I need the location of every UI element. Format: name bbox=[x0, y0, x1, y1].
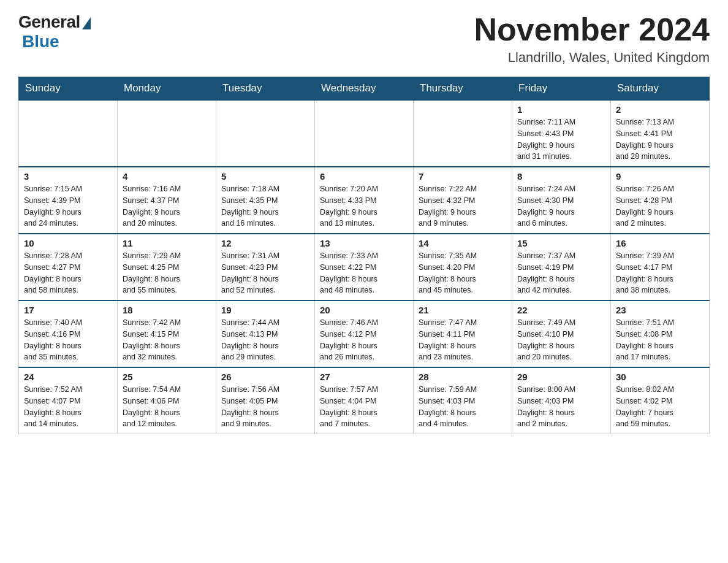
day-number: 3 bbox=[24, 171, 112, 182]
day-info: Sunrise: 7:52 AM Sunset: 4:07 PM Dayligh… bbox=[24, 384, 112, 430]
day-number: 22 bbox=[517, 305, 605, 315]
month-year-title: November 2024 bbox=[474, 12, 710, 47]
day-number: 4 bbox=[123, 171, 211, 182]
day-info: Sunrise: 8:00 AM Sunset: 4:03 PM Dayligh… bbox=[517, 384, 605, 430]
day-number: 19 bbox=[221, 305, 309, 315]
calendar-day-header: Wednesday bbox=[315, 77, 414, 101]
calendar-header-row: SundayMondayTuesdayWednesdayThursdayFrid… bbox=[19, 77, 710, 101]
day-number: 6 bbox=[320, 171, 408, 182]
calendar-day-cell: 19Sunrise: 7:44 AM Sunset: 4:13 PM Dayli… bbox=[216, 301, 315, 367]
calendar-day-cell: 4Sunrise: 7:16 AM Sunset: 4:37 PM Daylig… bbox=[118, 167, 216, 234]
day-number: 7 bbox=[419, 171, 507, 182]
day-info: Sunrise: 7:49 AM Sunset: 4:10 PM Dayligh… bbox=[517, 317, 605, 363]
day-info: Sunrise: 7:42 AM Sunset: 4:15 PM Dayligh… bbox=[123, 317, 211, 363]
calendar-day-cell bbox=[19, 100, 118, 167]
day-info: Sunrise: 7:51 AM Sunset: 4:08 PM Dayligh… bbox=[616, 317, 704, 363]
calendar-day-cell: 13Sunrise: 7:33 AM Sunset: 4:22 PM Dayli… bbox=[315, 234, 414, 301]
title-block: November 2024 Llandrillo, Wales, United … bbox=[474, 12, 710, 66]
calendar-day-cell: 30Sunrise: 8:02 AM Sunset: 4:02 PM Dayli… bbox=[611, 367, 710, 434]
calendar-day-cell: 20Sunrise: 7:46 AM Sunset: 4:12 PM Dayli… bbox=[315, 301, 414, 367]
calendar-day-cell: 21Sunrise: 7:47 AM Sunset: 4:11 PM Dayli… bbox=[414, 301, 512, 367]
calendar-day-header: Friday bbox=[512, 77, 611, 101]
day-number: 13 bbox=[320, 238, 408, 248]
calendar-day-cell: 18Sunrise: 7:42 AM Sunset: 4:15 PM Dayli… bbox=[118, 301, 216, 367]
calendar-day-cell: 8Sunrise: 7:24 AM Sunset: 4:30 PM Daylig… bbox=[512, 167, 611, 234]
day-info: Sunrise: 7:35 AM Sunset: 4:20 PM Dayligh… bbox=[419, 250, 507, 296]
day-info: Sunrise: 8:02 AM Sunset: 4:02 PM Dayligh… bbox=[616, 384, 704, 430]
calendar-day-cell: 16Sunrise: 7:39 AM Sunset: 4:17 PM Dayli… bbox=[611, 234, 710, 301]
day-info: Sunrise: 7:13 AM Sunset: 4:41 PM Dayligh… bbox=[616, 117, 704, 163]
day-number: 20 bbox=[320, 305, 408, 315]
day-number: 25 bbox=[123, 372, 211, 382]
calendar-day-cell bbox=[118, 100, 216, 167]
logo: General Blue bbox=[18, 12, 91, 52]
calendar-day-cell: 10Sunrise: 7:28 AM Sunset: 4:27 PM Dayli… bbox=[19, 234, 118, 301]
day-info: Sunrise: 7:46 AM Sunset: 4:12 PM Dayligh… bbox=[320, 317, 408, 363]
day-number: 15 bbox=[517, 238, 605, 248]
logo-text-general: General bbox=[18, 12, 80, 32]
day-number: 24 bbox=[24, 372, 112, 382]
day-info: Sunrise: 7:59 AM Sunset: 4:03 PM Dayligh… bbox=[419, 384, 507, 430]
calendar-day-cell: 24Sunrise: 7:52 AM Sunset: 4:07 PM Dayli… bbox=[19, 367, 118, 434]
day-number: 29 bbox=[517, 372, 605, 382]
day-number: 11 bbox=[123, 238, 211, 248]
day-number: 2 bbox=[616, 104, 704, 115]
calendar-day-header: Sunday bbox=[19, 77, 118, 101]
calendar-day-cell: 9Sunrise: 7:26 AM Sunset: 4:28 PM Daylig… bbox=[611, 167, 710, 234]
calendar-day-cell: 15Sunrise: 7:37 AM Sunset: 4:19 PM Dayli… bbox=[512, 234, 611, 301]
day-info: Sunrise: 7:22 AM Sunset: 4:32 PM Dayligh… bbox=[419, 183, 507, 229]
day-info: Sunrise: 7:11 AM Sunset: 4:43 PM Dayligh… bbox=[517, 117, 605, 163]
calendar-day-cell: 6Sunrise: 7:20 AM Sunset: 4:33 PM Daylig… bbox=[315, 167, 414, 234]
calendar-day-cell: 11Sunrise: 7:29 AM Sunset: 4:25 PM Dayli… bbox=[118, 234, 216, 301]
day-number: 12 bbox=[221, 238, 309, 248]
day-info: Sunrise: 7:29 AM Sunset: 4:25 PM Dayligh… bbox=[123, 250, 211, 296]
day-number: 21 bbox=[419, 305, 507, 315]
calendar-table: SundayMondayTuesdayWednesdayThursdayFrid… bbox=[18, 77, 710, 434]
calendar-day-cell: 1Sunrise: 7:11 AM Sunset: 4:43 PM Daylig… bbox=[512, 100, 611, 167]
day-number: 1 bbox=[517, 104, 605, 115]
calendar-day-cell bbox=[315, 100, 414, 167]
day-number: 28 bbox=[419, 372, 507, 382]
calendar-day-cell: 3Sunrise: 7:15 AM Sunset: 4:39 PM Daylig… bbox=[19, 167, 118, 234]
calendar-day-cell: 27Sunrise: 7:57 AM Sunset: 4:04 PM Dayli… bbox=[315, 367, 414, 434]
day-number: 23 bbox=[616, 305, 704, 315]
day-number: 9 bbox=[616, 171, 704, 182]
calendar-day-cell: 22Sunrise: 7:49 AM Sunset: 4:10 PM Dayli… bbox=[512, 301, 611, 367]
calendar-week-row: 10Sunrise: 7:28 AM Sunset: 4:27 PM Dayli… bbox=[19, 234, 710, 301]
day-info: Sunrise: 7:15 AM Sunset: 4:39 PM Dayligh… bbox=[24, 183, 112, 229]
calendar-day-cell bbox=[216, 100, 315, 167]
logo-triangle-icon bbox=[82, 17, 91, 29]
day-info: Sunrise: 7:18 AM Sunset: 4:35 PM Dayligh… bbox=[221, 183, 309, 229]
calendar-day-cell: 29Sunrise: 8:00 AM Sunset: 4:03 PM Dayli… bbox=[512, 367, 611, 434]
day-info: Sunrise: 7:16 AM Sunset: 4:37 PM Dayligh… bbox=[123, 183, 211, 229]
day-number: 27 bbox=[320, 372, 408, 382]
day-info: Sunrise: 7:20 AM Sunset: 4:33 PM Dayligh… bbox=[320, 183, 408, 229]
day-info: Sunrise: 7:40 AM Sunset: 4:16 PM Dayligh… bbox=[24, 317, 112, 363]
calendar-week-row: 1Sunrise: 7:11 AM Sunset: 4:43 PM Daylig… bbox=[19, 100, 710, 167]
day-info: Sunrise: 7:28 AM Sunset: 4:27 PM Dayligh… bbox=[24, 250, 112, 296]
calendar-day-header: Monday bbox=[118, 77, 216, 101]
day-info: Sunrise: 7:31 AM Sunset: 4:23 PM Dayligh… bbox=[221, 250, 309, 296]
day-number: 14 bbox=[419, 238, 507, 248]
calendar-day-cell: 7Sunrise: 7:22 AM Sunset: 4:32 PM Daylig… bbox=[414, 167, 512, 234]
calendar-day-cell: 23Sunrise: 7:51 AM Sunset: 4:08 PM Dayli… bbox=[611, 301, 710, 367]
calendar-day-cell: 5Sunrise: 7:18 AM Sunset: 4:35 PM Daylig… bbox=[216, 167, 315, 234]
calendar-day-cell: 17Sunrise: 7:40 AM Sunset: 4:16 PM Dayli… bbox=[19, 301, 118, 367]
calendar-week-row: 24Sunrise: 7:52 AM Sunset: 4:07 PM Dayli… bbox=[19, 367, 710, 434]
calendar-day-cell: 12Sunrise: 7:31 AM Sunset: 4:23 PM Dayli… bbox=[216, 234, 315, 301]
calendar-week-row: 3Sunrise: 7:15 AM Sunset: 4:39 PM Daylig… bbox=[19, 167, 710, 234]
day-info: Sunrise: 7:57 AM Sunset: 4:04 PM Dayligh… bbox=[320, 384, 408, 430]
calendar-day-cell bbox=[414, 100, 512, 167]
day-number: 30 bbox=[616, 372, 704, 382]
calendar-day-cell: 26Sunrise: 7:56 AM Sunset: 4:05 PM Dayli… bbox=[216, 367, 315, 434]
day-number: 10 bbox=[24, 238, 112, 248]
day-info: Sunrise: 7:44 AM Sunset: 4:13 PM Dayligh… bbox=[221, 317, 309, 363]
day-number: 8 bbox=[517, 171, 605, 182]
day-number: 26 bbox=[221, 372, 309, 382]
day-number: 18 bbox=[123, 305, 211, 315]
calendar-day-cell: 14Sunrise: 7:35 AM Sunset: 4:20 PM Dayli… bbox=[414, 234, 512, 301]
day-number: 5 bbox=[221, 171, 309, 182]
page-header: General Blue November 2024 Llandrillo, W… bbox=[18, 12, 710, 66]
day-info: Sunrise: 7:37 AM Sunset: 4:19 PM Dayligh… bbox=[517, 250, 605, 296]
calendar-day-cell: 28Sunrise: 7:59 AM Sunset: 4:03 PM Dayli… bbox=[414, 367, 512, 434]
